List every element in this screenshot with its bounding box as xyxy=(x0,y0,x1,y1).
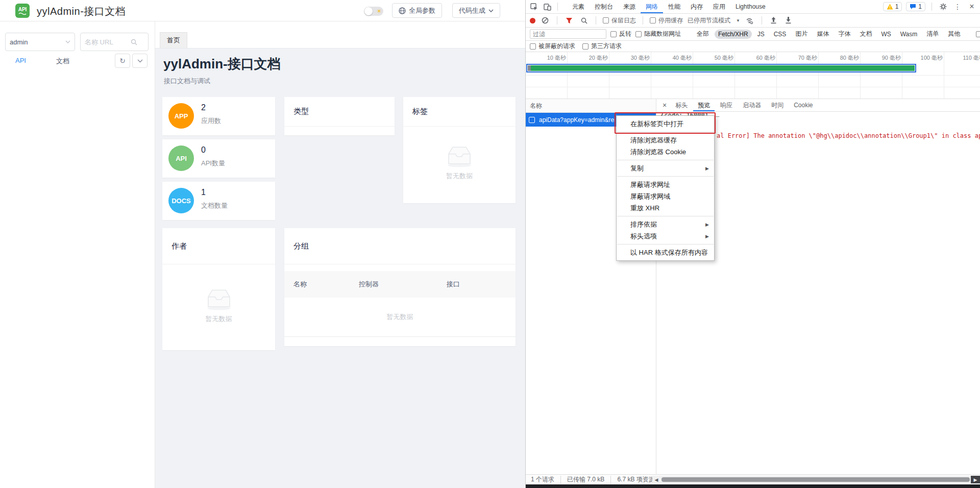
network-timeline[interactable]: 10 毫秒20 毫秒30 毫秒40 毫秒50 毫秒60 毫秒70 毫秒80 毫秒… xyxy=(526,52,980,99)
devtools-tab-6[interactable]: 应用 xyxy=(708,0,730,13)
search-icon[interactable] xyxy=(131,39,137,45)
blocked-requests-option[interactable]: 被屏蔽的请求 xyxy=(530,42,575,51)
devtools-tab-1[interactable]: 控制台 xyxy=(590,0,618,13)
name-column-header[interactable]: 名称 xyxy=(526,99,656,113)
network-conditions-icon[interactable] xyxy=(745,15,755,26)
inspect-element-icon[interactable] xyxy=(529,2,539,12)
scroll-left-icon[interactable]: ◀ xyxy=(652,477,660,482)
close-devtools-icon[interactable]: × xyxy=(967,2,977,12)
invert-option[interactable]: 反转 xyxy=(610,30,631,38)
menu-item-12[interactable]: 标头选项▶ xyxy=(617,230,714,242)
tab-docs[interactable]: 文档 xyxy=(56,57,69,66)
devtools-tab-0[interactable]: 元素 xyxy=(567,0,590,13)
filter-chip-8[interactable]: WS xyxy=(877,30,894,39)
timeline-selection[interactable] xyxy=(526,64,916,72)
author-empty-state: 暂无数据 xyxy=(162,287,275,324)
menu-item-3[interactable]: 清除浏览器 Cookie xyxy=(617,146,714,158)
filter-chip-6[interactable]: 字体 xyxy=(835,29,854,39)
devtools-tab-4[interactable]: 性能 xyxy=(663,0,685,13)
export-har-icon[interactable] xyxy=(783,15,794,26)
detail-tab-6[interactable]: Cookie xyxy=(789,99,817,111)
filter-chip-3[interactable]: CSS xyxy=(770,30,790,39)
close-detail-icon[interactable]: × xyxy=(659,99,670,111)
issues-badge[interactable]: 1 xyxy=(906,2,925,11)
hide-data-urls-option[interactable]: 隐藏数据网址 xyxy=(635,30,681,38)
refresh-icon: ↻ xyxy=(119,57,126,65)
timeline-tick-3: 40 毫秒 xyxy=(651,52,693,63)
filter-chip-9[interactable]: Wasm xyxy=(897,30,921,39)
blocked-cookies-checkbox[interactable] xyxy=(976,31,980,37)
request-checkbox[interactable] xyxy=(529,117,535,123)
import-har-icon[interactable] xyxy=(769,15,779,26)
devtools-tab-3[interactable]: 网络 xyxy=(641,0,663,13)
app-select[interactable]: admin xyxy=(5,33,75,51)
record-icon[interactable] xyxy=(530,18,535,23)
filter-chip-2[interactable]: JS xyxy=(754,30,768,39)
blocked-cookies-option[interactable]: 有已拦截的 Cookie xyxy=(976,30,980,38)
filter-input[interactable] xyxy=(530,29,606,39)
menu-item-5[interactable]: 复制▶ xyxy=(617,162,714,174)
scrollbar-thumb[interactable] xyxy=(662,477,970,482)
filter-chip-11[interactable]: 其他 xyxy=(944,29,964,39)
codegen-button[interactable]: 代码生成 xyxy=(452,3,500,18)
preserve-log-checkbox[interactable] xyxy=(603,17,609,23)
global-params-button[interactable]: 全局参数 xyxy=(392,3,442,18)
kebab-menu-icon[interactable]: ⋮ xyxy=(952,2,963,12)
request-count: 1 个请求 xyxy=(531,475,554,484)
filter-icon[interactable] xyxy=(564,15,574,26)
clear-icon[interactable] xyxy=(540,15,550,26)
third-party-checkbox[interactable] xyxy=(582,43,589,50)
hide-data-urls-checkbox[interactable] xyxy=(635,31,642,37)
devtools-tab-7[interactable]: Lighthouse xyxy=(730,0,771,13)
filter-chip-1[interactable]: Fetch/XHR xyxy=(715,30,752,39)
scroll-right-icon[interactable]: ▶ xyxy=(971,476,980,483)
empty-box-icon xyxy=(445,144,474,167)
codegen-label: 代码生成 xyxy=(459,6,485,15)
transferred-size: 已传输 7.0 kB xyxy=(567,475,604,484)
detail-tab-4[interactable]: 启动器 xyxy=(738,99,766,111)
filter-chip-7[interactable]: 文档 xyxy=(856,29,875,39)
menu-separator xyxy=(617,132,714,132)
blocked-requests-checkbox[interactable] xyxy=(530,43,536,50)
menu-item-0[interactable]: 在新标签页中打开 xyxy=(617,118,714,130)
detail-tab-5[interactable]: 时间 xyxy=(767,99,788,111)
gear-icon[interactable] xyxy=(938,2,948,12)
disable-cache-option[interactable]: 停用缓存 xyxy=(650,16,683,25)
collapse-button[interactable] xyxy=(132,54,148,68)
menu-item-14[interactable]: 以 HAR 格式保存所有内容 xyxy=(617,247,714,258)
filter-chip-0[interactable]: 全部 xyxy=(693,29,713,39)
devtools-tab-2[interactable]: 来源 xyxy=(618,0,641,13)
search-input[interactable] xyxy=(85,38,131,46)
timeline-tick-7: 80 毫秒 xyxy=(819,52,861,63)
theme-toggle[interactable]: ☀ xyxy=(364,7,383,16)
detail-tab-1[interactable]: 标头 xyxy=(671,99,692,111)
third-party-option[interactable]: 第三方请求 xyxy=(582,42,622,51)
stat-value: 2 xyxy=(201,103,206,112)
tab-api[interactable]: API xyxy=(15,57,26,64)
throttling-select[interactable]: 已停用节流模式▼ xyxy=(688,16,740,25)
detail-tabs: ×标头预览响应启动器时间Cookie xyxy=(656,99,980,112)
devtools-tab-5[interactable]: 内存 xyxy=(685,0,708,13)
menu-item-11[interactable]: 排序依据▶ xyxy=(617,218,714,230)
tab-home[interactable]: 首页 xyxy=(160,32,187,48)
device-toolbar-icon[interactable] xyxy=(542,2,552,12)
filter-chip-10[interactable]: 清单 xyxy=(923,29,942,39)
detail-tab-2[interactable]: 预览 xyxy=(693,99,715,111)
menu-item-2[interactable]: 清除浏览器缓存 xyxy=(617,134,714,146)
globe-icon xyxy=(399,7,406,14)
warnings-badge[interactable]: 1 xyxy=(883,2,902,11)
search-icon[interactable] xyxy=(579,15,589,26)
filter-chip-5[interactable]: 媒体 xyxy=(813,29,832,39)
horizontal-scrollbar[interactable]: ◀ ▶ xyxy=(652,476,980,483)
preserve-log-option[interactable]: 保留日志 xyxy=(603,16,636,25)
context-menu: 在新标签页中打开清除浏览器缓存清除浏览器 Cookie复制▶屏蔽请求网址屏蔽请求… xyxy=(616,115,715,261)
detail-tab-3[interactable]: 响应 xyxy=(716,99,737,111)
invert-checkbox[interactable] xyxy=(610,31,617,37)
menu-item-9[interactable]: 重放 XHR xyxy=(617,202,714,214)
menu-item-8[interactable]: 屏蔽请求网域 xyxy=(617,190,714,202)
filter-chip-4[interactable]: 图片 xyxy=(792,29,811,39)
refresh-button[interactable]: ↻ xyxy=(115,54,130,68)
menu-item-7[interactable]: 屏蔽请求网址 xyxy=(617,179,714,190)
app-window: API yylAdmin-接口文档 ☀ 全局参数 代码生成 admin xyxy=(0,0,525,488)
disable-cache-checkbox[interactable] xyxy=(650,17,656,23)
